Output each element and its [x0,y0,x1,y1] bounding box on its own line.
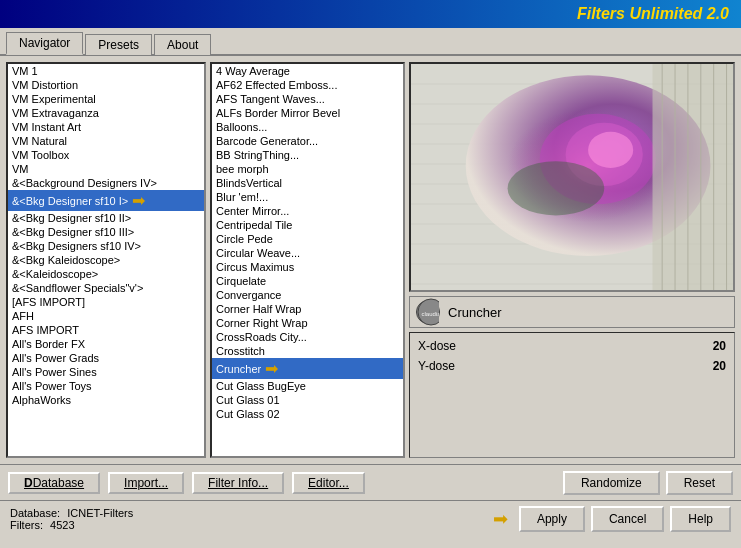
filter-list-container: 4 Way Average AF62 Effected Emboss... AF… [210,62,405,458]
preview-icon: claudia [416,300,440,324]
arrow-indicator-right: ➡ [265,359,278,378]
filter-item[interactable]: Circus Maximus [212,260,403,274]
main-content: VM 1 VM Distortion VM Experimental VM Ex… [0,56,741,464]
list-item[interactable]: &<Bkg Kaleidoscope> [8,253,204,267]
action-bar: DDatabase Import... Filter Info... Edito… [0,464,741,500]
filter-item[interactable]: BlindsVertical [212,176,403,190]
list-item[interactable]: All's Border FX [8,337,204,351]
filter-item[interactable]: Convergance [212,288,403,302]
list-item[interactable]: All's Power Sines [8,365,204,379]
filter-item[interactable]: Cut Glass 02 [212,407,403,421]
middle-panel: 4 Way Average AF62 Effected Emboss... AF… [210,62,405,458]
list-item[interactable]: &<Kaleidoscope> [8,267,204,281]
filter-item[interactable]: Circular Weave... [212,246,403,260]
filter-preview-name: Cruncher [448,305,501,320]
list-item[interactable]: VM Distortion [8,78,204,92]
icon-image: claudia [417,298,439,326]
filter-list[interactable]: 4 Way Average AF62 Effected Emboss... AF… [212,64,403,456]
left-list-container: VM 1 VM Distortion VM Experimental VM Ex… [6,62,206,458]
title-bar: Filters Unlimited 2.0 [0,0,741,28]
filter-item[interactable]: Crosstitch [212,344,403,358]
filter-info-button[interactable]: Filter Info... [192,472,284,494]
tabs-bar: Navigator Presets About [0,28,741,56]
filter-item[interactable]: Cut Glass BugEye [212,379,403,393]
list-item[interactable]: AFS IMPORT [8,323,204,337]
filter-item[interactable]: AFS Tangent Waves... [212,92,403,106]
list-item[interactable]: AFH [8,309,204,323]
reset-button[interactable]: Reset [666,471,733,495]
filter-item[interactable]: bee morph [212,162,403,176]
param-label-xdose: X-dose [418,339,456,353]
right-action-buttons: Randomize Reset [563,471,733,495]
param-label-ydose: Y-dose [418,359,455,373]
filter-item[interactable]: AF62 Effected Emboss... [212,78,403,92]
svg-rect-18 [653,64,734,290]
left-panel: VM 1 VM Distortion VM Experimental VM Ex… [6,62,206,458]
apply-button-wrap: ➡ Apply [519,506,585,532]
svg-point-16 [588,132,633,168]
preview-info-bar: claudia Cruncher [409,296,735,328]
cancel-button[interactable]: Cancel [591,506,664,532]
list-item[interactable]: &<Bkg Designers sf10 IV> [8,239,204,253]
tab-about[interactable]: About [154,34,211,55]
app-title: Filters Unlimited 2.0 [577,5,729,23]
right-panel: claudia Cruncher X-dose 20 Y-dose 20 [409,62,735,458]
filter-item[interactable]: Circle Pede [212,232,403,246]
tab-navigator[interactable]: Navigator [6,32,83,55]
list-item[interactable]: VM [8,162,204,176]
list-item[interactable]: VM Experimental [8,92,204,106]
list-item[interactable]: &<Bkg Designer sf10 II> [8,211,204,225]
left-list[interactable]: VM 1 VM Distortion VM Experimental VM Ex… [8,64,204,456]
param-row-ydose: Y-dose 20 [414,357,730,375]
list-item[interactable]: &<Sandflower Specials"v'> [8,281,204,295]
list-item[interactable]: VM Natural [8,134,204,148]
list-item-selected[interactable]: &<Bkg Designer sf10 I> ➡ [8,190,204,211]
editor-button[interactable]: Editor... [292,472,365,494]
filter-item[interactable]: Barcode Generator... [212,134,403,148]
filter-item[interactable]: BB StringThing... [212,148,403,162]
param-value-ydose: 20 [713,359,726,373]
filter-item[interactable]: Blur 'em!... [212,190,403,204]
filter-item-selected[interactable]: Cruncher ➡ [212,358,403,379]
arrow-indicator-left: ➡ [132,191,145,210]
randomize-button[interactable]: Randomize [563,471,660,495]
list-item[interactable]: &<Background Designers IV> [8,176,204,190]
apply-button[interactable]: Apply [519,506,585,532]
list-item[interactable]: [AFS IMPORT] [8,295,204,309]
list-item[interactable]: VM Extravaganza [8,106,204,120]
list-item[interactable]: VM Toolbox [8,148,204,162]
svg-point-17 [508,161,605,215]
database-button[interactable]: DDatabase [8,472,100,494]
list-item[interactable]: VM 1 [8,64,204,78]
import-button[interactable]: Import... [108,472,184,494]
param-row-xdose: X-dose 20 [414,337,730,355]
list-item[interactable]: All's Power Toys [8,379,204,393]
help-button[interactable]: Help [670,506,731,532]
status-bar: Database: ICNET-Filters Filters: 4523 ➡ … [0,500,741,536]
list-item[interactable]: All's Power Grads [8,351,204,365]
list-item[interactable]: &<Bkg Designer sf10 III> [8,225,204,239]
list-item[interactable]: VM Instant Art [8,120,204,134]
filter-item[interactable]: Centripedal Tile [212,218,403,232]
dialog-buttons: ➡ Apply Cancel Help [519,506,731,532]
filter-item[interactable]: Cirquelate [212,274,403,288]
filter-item[interactable]: 4 Way Average [212,64,403,78]
param-value-xdose: 20 [713,339,726,353]
list-item[interactable]: AlphaWorks [8,393,204,407]
preview-image [409,62,735,292]
filter-item[interactable]: CrossRoads City... [212,330,403,344]
params-panel: X-dose 20 Y-dose 20 [409,332,735,458]
svg-text:claudia: claudia [421,311,439,317]
filter-item[interactable]: Cut Glass 01 [212,393,403,407]
filter-item[interactable]: Balloons... [212,120,403,134]
filter-item[interactable]: ALFs Border Mirror Bevel [212,106,403,120]
arrow-apply-indicator: ➡ [493,508,508,530]
filter-item[interactable]: Corner Half Wrap [212,302,403,316]
tab-presets[interactable]: Presets [85,34,152,55]
status-database: Database: ICNET-Filters Filters: 4523 [10,507,133,531]
preview-svg [411,64,733,290]
filter-item[interactable]: Center Mirror... [212,204,403,218]
filter-item[interactable]: Corner Right Wrap [212,316,403,330]
